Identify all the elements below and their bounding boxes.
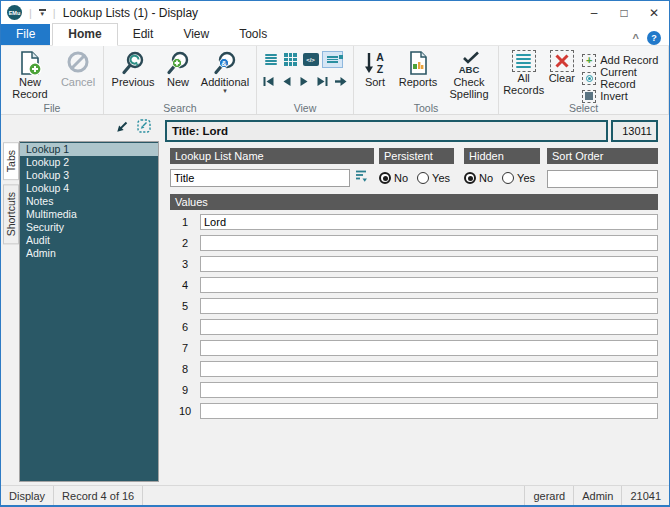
sidebar-item-audit[interactable]: Audit (20, 234, 158, 247)
minimize-button[interactable]: – (579, 1, 609, 24)
header-lookup-list-name: Lookup List Name (170, 148, 374, 164)
sidebar-item-multimedia[interactable]: Multimedia (20, 208, 158, 221)
pointer-mode-icon[interactable] (116, 119, 128, 137)
value-input-10[interactable] (200, 403, 658, 419)
status-record-count: Record 4 of 16 (54, 486, 143, 505)
cancel-label: Cancel (61, 76, 95, 88)
value-input-5[interactable] (200, 298, 658, 314)
vertical-tab-tabs[interactable]: Tabs (3, 142, 19, 180)
radio-unselected-icon (502, 172, 514, 184)
sidebar-item-security[interactable]: Security (20, 221, 158, 234)
value-input-1[interactable] (200, 214, 658, 230)
help-icon[interactable]: ? (647, 31, 661, 45)
additional-dropdown-arrow-icon: ▾ (223, 88, 227, 94)
value-row: 7 (170, 339, 658, 356)
sidebar-item-lookup1[interactable]: Lookup 1 (20, 143, 158, 156)
list-view-icon[interactable] (262, 52, 279, 67)
content-area: Tabs Shortcuts Lookup 1 Lookup 2 Lookup … (1, 115, 669, 485)
persistent-yes-radio[interactable]: Yes (417, 172, 450, 184)
value-row: 2 (170, 234, 658, 251)
value-input-6[interactable] (200, 319, 658, 335)
cancel-button[interactable]: Cancel (56, 48, 100, 88)
previous-record-icon[interactable] (280, 74, 293, 92)
value-input-2[interactable] (200, 235, 658, 251)
goto-record-icon[interactable] (334, 74, 348, 92)
tab-home[interactable]: Home (52, 23, 117, 46)
reports-button[interactable]: Reports (393, 48, 443, 88)
close-button[interactable]: ✕ (639, 1, 669, 24)
new-search-button[interactable]: New (159, 48, 197, 88)
all-records-label: All Records (502, 72, 545, 96)
radio-label: Yes (432, 172, 450, 184)
sidebar-item-lookup2[interactable]: Lookup 2 (20, 156, 158, 169)
reports-icon (405, 50, 431, 76)
current-record-button[interactable]: Current Record (582, 70, 663, 86)
radio-label: No (394, 172, 408, 184)
sidebar-body: Tabs Shortcuts Lookup 1 Lookup 2 Lookup … (1, 141, 159, 485)
grid-view-icon[interactable] (282, 52, 299, 67)
left-region: Tabs Shortcuts Lookup 1 Lookup 2 Lookup … (1, 115, 159, 485)
sidebar-item-lookup3[interactable]: Lookup 3 (20, 169, 158, 182)
hidden-radio-group: No Yes (464, 172, 540, 184)
previous-search-label: Previous (112, 76, 155, 88)
sort-button[interactable]: A Z Sort (357, 48, 393, 88)
value-input-3[interactable] (200, 256, 658, 272)
new-record-button[interactable]: New Record (4, 48, 56, 100)
collapse-ribbon-icon[interactable]: ^ (633, 32, 639, 44)
value-row: 5 (170, 297, 658, 314)
ribbon-group-view: </> (257, 46, 354, 114)
clear-selection-button[interactable]: Clear (545, 48, 578, 84)
svg-text:A: A (376, 51, 384, 63)
select-region-icon[interactable] (137, 119, 151, 137)
value-row-number: 4 (170, 279, 200, 291)
field-controls: No Yes No Yes (170, 168, 658, 188)
tab-tools[interactable]: Tools (224, 24, 282, 45)
maximize-button[interactable]: □ (609, 1, 639, 24)
tab-edit[interactable]: Edit (118, 24, 169, 45)
sidebar-item-lookup4[interactable]: Lookup 4 (20, 182, 158, 195)
tab-view[interactable]: View (168, 24, 224, 45)
code-view-icon[interactable]: </> (302, 52, 319, 67)
value-row-number: 2 (170, 237, 200, 249)
tab-file[interactable]: File (1, 24, 50, 45)
all-records-icon (512, 50, 536, 72)
value-row: 1 (170, 213, 658, 230)
check-spelling-button[interactable]: ABC Check Spelling (443, 48, 495, 100)
last-record-icon[interactable] (316, 74, 329, 92)
record-header: Title: Lord 13011 (165, 120, 658, 142)
svg-text:&: & (221, 59, 227, 68)
sidebar-item-notes[interactable]: Notes (20, 195, 158, 208)
additional-search-button[interactable]: & Additional ▾ (197, 48, 253, 94)
vertical-tab-shortcuts[interactable]: Shortcuts (3, 184, 19, 244)
details-view-icon[interactable] (322, 51, 343, 68)
value-row-number: 8 (170, 363, 200, 375)
lookup-list-name-input[interactable] (170, 169, 350, 187)
field-headers: Lookup List Name Persistent Hidden Sort … (170, 148, 658, 164)
value-row-number: 10 (170, 405, 200, 417)
all-records-button[interactable]: All Records (502, 48, 545, 96)
separator: | (29, 7, 32, 19)
group-label-file: File (1, 102, 103, 114)
group-label-search: Search (104, 102, 256, 114)
status-user: gerard (525, 486, 574, 505)
next-record-icon[interactable] (298, 74, 311, 92)
window-title: Lookup Lists (1) - Display (63, 6, 198, 20)
value-input-9[interactable] (200, 382, 658, 398)
hidden-yes-radio[interactable]: Yes (502, 172, 535, 184)
sidebar-item-admin[interactable]: Admin (20, 247, 158, 260)
value-input-7[interactable] (200, 340, 658, 356)
value-input-4[interactable] (200, 277, 658, 293)
lookup-filter-icon[interactable] (354, 169, 368, 187)
sort-order-input[interactable] (547, 170, 658, 188)
clear-label: Clear (549, 72, 575, 84)
previous-search-button[interactable]: Previous (107, 48, 159, 88)
hidden-no-radio[interactable]: No (464, 172, 493, 184)
value-row: 10 (170, 402, 658, 419)
group-label-select: Select (499, 102, 668, 114)
persistent-no-radio[interactable]: No (379, 172, 408, 184)
tabbar-right: ^ ? (633, 31, 669, 45)
status-group: Admin (574, 486, 622, 505)
value-input-8[interactable] (200, 361, 658, 377)
quick-access-dropdown-icon[interactable]: ▾ (39, 9, 46, 16)
first-record-icon[interactable] (262, 74, 275, 92)
